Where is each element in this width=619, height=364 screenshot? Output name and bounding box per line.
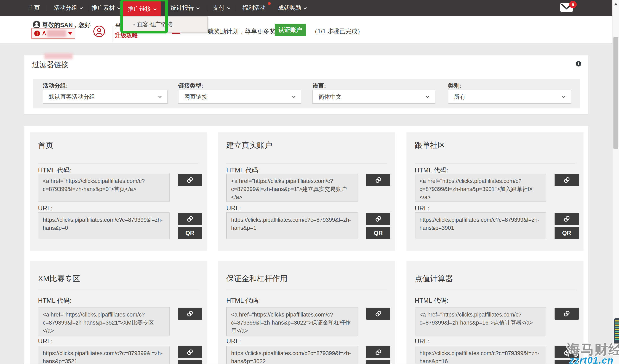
link-icon [563,176,570,184]
link-icon [375,176,382,184]
nav-item-achievements[interactable]: 成就奖励 [275,0,310,16]
html-code-box[interactable]: <a href="https://clicks.pipaffiliates.co… [415,307,546,336]
html-code-box[interactable]: <a href="https://clicks.pipaffiliates.co… [38,307,169,336]
html-code-label: HTML 代码: [38,296,71,305]
copy-html-button[interactable] [178,308,202,320]
qr-code-button[interactable]: QR [366,227,390,239]
selected-value: 所有 [454,94,465,100]
url-label: URL: [226,337,241,345]
chevron-down-icon [303,6,307,10]
html-code-box[interactable]: <a href="https://clicks.pipaffiliates.co… [226,307,358,336]
card-divider [226,163,387,164]
copy-url-button[interactable] [366,213,390,225]
copy-url-button[interactable] [178,346,202,358]
copy-html-button[interactable] [555,174,579,186]
link-cards-panel: 首页 HTML 代码: <a href="https://clicks.pipa… [24,126,589,364]
category-select[interactable]: 所有 [448,90,571,104]
dropdown-item-direct-promo-link[interactable]: - 直客推广链接 [133,20,173,29]
copy-html-button[interactable] [366,308,390,320]
nav-item-promo-links-active[interactable]: 推广链接 [123,1,161,16]
url-box[interactable]: https://clicks.pipaffiliates.com/c?c=879… [415,212,546,239]
nav-item-statistics-reports[interactable]: 统计报告 [165,0,204,16]
chevron-down-icon [292,95,295,98]
chevron-down-icon [154,7,157,11]
link-icon [186,349,194,356]
url-box[interactable]: https://clicks.pipaffiliates.com/c?c=879… [415,346,546,364]
mail-badge: 6 [569,1,577,8]
link-icon [375,215,382,223]
nav-item-label: 推广素材 [92,4,115,11]
link-icon [563,215,570,223]
link-icon [186,176,194,184]
url-label: URL: [415,205,429,212]
card-divider [415,163,575,164]
html-code-box[interactable]: <a href="https://clicks.pipaffiliates.co… [38,174,169,201]
copy-html-button[interactable] [555,308,579,320]
nav-item-label: 活动分组 [54,4,77,11]
filter-field-category: 类别: 所有 [448,79,571,108]
campaign-group-select[interactable]: 默认直客活动分组 [43,90,168,104]
copy-url-button[interactable] [366,346,390,358]
info-icon[interactable]: i [576,61,581,67]
nav-item-campaign-groups[interactable]: 活动分组 [49,0,88,16]
copy-url-button[interactable] [178,213,202,225]
url-box[interactable]: https://clicks.pipaffiliates.com/c?c=879… [226,346,358,364]
selected-value: 默认直客活动分组 [49,94,95,100]
qr-code-button[interactable]: QR [178,360,202,364]
html-code-label: HTML 代码: [226,166,260,175]
chevron-down-icon [196,6,199,10]
copy-html-button[interactable] [178,174,202,186]
nav-item-label: 支付 [213,4,225,11]
verify-account-button[interactable]: 认证账户 [275,24,306,36]
user-circle-icon[interactable] [93,25,105,38]
html-code-label: HTML 代码: [415,296,448,305]
scrollbar-thumb[interactable] [613,37,618,149]
url-box[interactable]: https://clicks.pipaffiliates.com/c?c=879… [226,212,358,239]
url-label: URL: [38,205,53,212]
chevron-down-icon [426,95,429,98]
filter-label: 类别: [448,82,461,90]
nav-item-promo-materials[interactable]: 推广素材 [88,0,123,16]
chevron-down-icon [117,6,120,10]
copy-html-button[interactable] [366,174,390,186]
card-divider [38,290,198,290]
watermark-logo-stripes [615,321,619,341]
link-card-home: 首页 HTML 代码: <a href="https://clicks.pipa… [30,132,207,251]
qr-code-button[interactable]: QR [555,227,579,239]
html-code-box[interactable]: <a href="https://clicks.pipaffiliates.co… [415,174,546,201]
account-selector[interactable]: ! A [31,28,75,39]
partial-text: 当 [115,22,121,30]
filter-links-panel: 过滤器链接 i 活动分组: 默认直客活动分组 链接类型: 网页链接 语言: [24,55,589,114]
link-card-open-real-account: 建立真实账户 HTML 代码: <a href="https://clicks.… [218,132,395,251]
html-code-box[interactable]: <a href="https://clicks.pipaffiliates.co… [226,174,358,201]
url-box[interactable]: https://clicks.pipaffiliates.com/c?c=879… [38,212,169,239]
link-card-xm-competition: XM比赛专区 HTML 代码: <a href="https://clicks.… [30,261,207,364]
nav-item-label: 福利活动 [242,4,266,11]
nav-divider [47,5,47,11]
qr-code-button[interactable]: QR [178,227,202,239]
url-box[interactable]: https://clicks.pipaffiliates.com/c?c=879… [38,346,169,364]
top-navbar: 主页 活动分组 推广素材 统计报告 支付 福利活动 成就奖励 6 [0,0,612,16]
card-divider [226,290,387,290]
account-id-prefix: A [42,30,46,37]
qr-code-button[interactable]: QR [366,360,390,364]
nav-item-benefits[interactable]: 福利活动 [239,0,269,16]
language-select[interactable]: 简体中文 [312,90,435,104]
link-card-copy-trading: 跟单社区 HTML 代码: <a href="https://clicks.pi… [407,132,583,251]
nav-item-label: 推广链接 [128,5,151,13]
link-type-select[interactable]: 网页链接 [178,90,301,104]
nav-item-payments[interactable]: 支付 [209,0,234,16]
watermark-site: zzrt01.cn [569,355,614,364]
link-icon [186,215,194,223]
affiliate-dashboard-page: 主页 活动分组 推广素材 统计报告 支付 福利活动 成就奖励 6 推广链接 - … [0,0,619,364]
nav-divider [273,5,273,11]
nav-item-home[interactable]: 主页 [25,0,43,16]
mail-button[interactable]: 6 [560,2,581,15]
user-icon [33,21,41,28]
page-scrollbar[interactable] [612,0,619,364]
copy-url-button[interactable] [555,213,579,225]
link-card-pip-calculator: 点值计算器 HTML 代码: <a href="https://clicks.p… [407,261,583,364]
scroll-up-icon[interactable] [614,3,618,5]
nav-divider [236,5,236,11]
nav-item-label: 主页 [28,4,40,11]
